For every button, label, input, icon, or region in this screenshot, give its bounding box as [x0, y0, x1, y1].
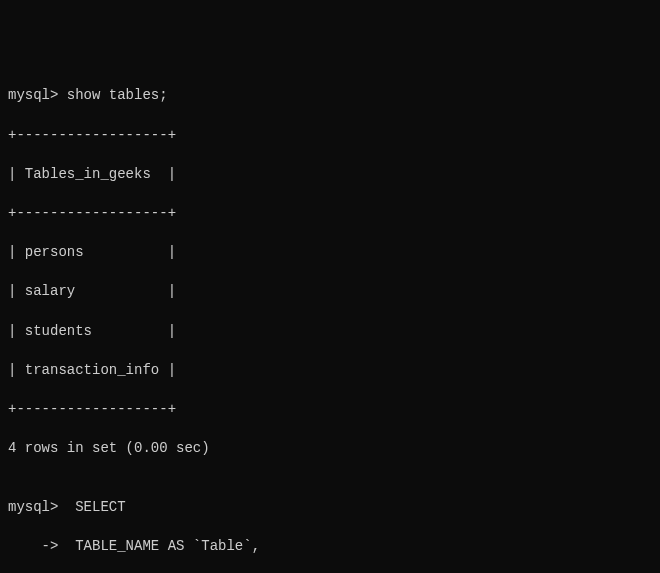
table-border: +------------------+ [8, 204, 652, 224]
table-row: | transaction_info | [8, 361, 652, 381]
terminal-line: mysql> show tables; [8, 86, 652, 106]
sql-command: SELECT [75, 499, 125, 515]
table-row: | students | [8, 322, 652, 342]
sql-command: show tables; [67, 87, 168, 103]
table-border: +------------------+ [8, 400, 652, 420]
table-row: | persons | [8, 243, 652, 263]
sql-continuation: -> TABLE_NAME AS `Table`, [8, 537, 652, 557]
mysql-prompt: mysql> [8, 87, 67, 103]
table-border: +------------------+ [8, 126, 652, 146]
terminal-line: mysql> SELECT [8, 498, 652, 518]
result-summary: 4 rows in set (0.00 sec) [8, 439, 652, 459]
table-row: | salary | [8, 282, 652, 302]
table-header: | Tables_in_geeks | [8, 165, 652, 185]
mysql-prompt: mysql> [8, 499, 75, 515]
